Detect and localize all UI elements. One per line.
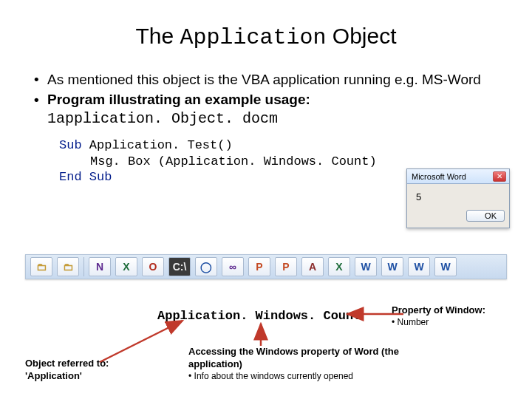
taskbar: 🗀🗀NXOC:\◯∞PPAXWWWW xyxy=(25,254,507,279)
example-filename: 1application. Object. docm xyxy=(47,110,504,127)
excel-icon[interactable]: X xyxy=(328,257,350,276)
annot-right-sub: Number xyxy=(392,317,510,329)
dialog-title-text: Microsoft Word xyxy=(412,172,466,181)
opera-icon[interactable]: O xyxy=(142,257,164,276)
bullet-1: As mentioned this object is the VBA appl… xyxy=(34,71,504,89)
dialog-titlebar[interactable]: Microsoft Word ✕ xyxy=(407,169,509,184)
ok-button[interactable]: OK xyxy=(466,210,505,222)
msgbox-dialog: Microsoft Word ✕ 5 OK xyxy=(406,168,510,228)
excel-icon[interactable]: X xyxy=(115,257,137,276)
annot-mid-title: Accessing the Windows property of Word (… xyxy=(188,346,410,371)
slide-title: The Application Object xyxy=(28,24,504,50)
word-icon[interactable]: W xyxy=(381,257,403,276)
expression-text: Application. Windows. Count xyxy=(157,309,361,323)
powerpoint-icon[interactable]: P xyxy=(248,257,270,276)
word-icon[interactable]: W xyxy=(355,257,377,276)
svg-line-1 xyxy=(100,321,183,362)
taskbar-separator xyxy=(83,257,84,276)
annotation-property: Property of Window: Number xyxy=(392,304,510,328)
visualstudio-icon[interactable]: ∞ xyxy=(222,257,244,276)
access-icon[interactable]: A xyxy=(301,257,324,276)
folder-icon[interactable]: 🗀 xyxy=(57,257,79,276)
powerpoint-icon[interactable]: P xyxy=(275,257,297,276)
title-mono: Application xyxy=(180,25,326,50)
bullet-list: As mentioned this object is the VBA appl… xyxy=(34,71,504,109)
annot-left-l2: 'Application' xyxy=(25,370,143,383)
word-icon[interactable]: W xyxy=(434,257,457,276)
annot-right-title: Property of Window: xyxy=(392,304,510,317)
dialog-body: 5 xyxy=(407,184,509,207)
bullet-2: Program illustrating an example usage: xyxy=(34,91,504,109)
code-kw-sub: Sub xyxy=(59,138,82,152)
terminal-icon[interactable]: C:\ xyxy=(168,257,191,276)
folder-icon[interactable]: 🗀 xyxy=(30,257,52,276)
annot-left-l1: Object referred to: xyxy=(25,358,143,370)
messenger-icon[interactable]: ◯ xyxy=(195,257,217,276)
code-kw-end: End xyxy=(59,170,82,184)
code-l1b: Application. Test() xyxy=(82,138,233,152)
onenote-icon[interactable]: N xyxy=(89,257,111,276)
word-icon[interactable]: W xyxy=(408,257,430,276)
title-post: Object xyxy=(327,24,397,48)
code-l2: Msg. Box (Application. Windows. Count) xyxy=(59,154,377,169)
annotation-accessing: Accessing the Windows property of Word (… xyxy=(188,346,410,382)
annotation-object: Object referred to: 'Application' xyxy=(25,358,143,383)
annot-mid-sub: Info about the windows currently opened xyxy=(188,371,410,383)
code-l3b: Sub xyxy=(82,170,112,184)
close-icon[interactable]: ✕ xyxy=(493,171,506,182)
title-pre: The xyxy=(135,24,180,48)
